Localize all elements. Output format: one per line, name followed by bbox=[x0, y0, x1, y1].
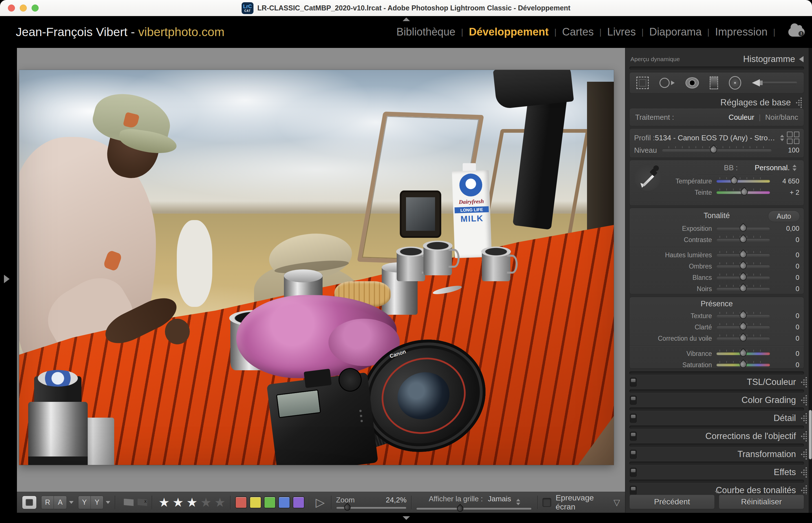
panel-effets[interactable]: Effets bbox=[625, 462, 809, 480]
highlights-value[interactable]: 0 bbox=[770, 251, 799, 259]
dehaze-value[interactable]: 0 bbox=[770, 335, 799, 342]
shadows-slider[interactable] bbox=[717, 265, 770, 268]
auto-tone-button[interactable]: Auto bbox=[768, 211, 800, 222]
module-bibliotheque[interactable]: Bibliothèque bbox=[396, 26, 455, 38]
module-developpement[interactable]: Développement bbox=[469, 26, 549, 38]
contrast-value[interactable]: 0 bbox=[770, 236, 799, 244]
split-view-button[interactable]: Y Y bbox=[78, 496, 104, 509]
color-label-yellow[interactable] bbox=[249, 497, 261, 508]
panel-scrollbar[interactable] bbox=[809, 48, 812, 513]
texture-slider[interactable] bbox=[717, 314, 770, 317]
identity-plate[interactable]: Jean-François Vibert - vibertphoto.com bbox=[16, 25, 225, 39]
color-label-red[interactable] bbox=[235, 497, 247, 508]
vibrance-value[interactable]: 0 bbox=[770, 350, 799, 358]
before-after-lr-button[interactable]: R A bbox=[41, 496, 67, 509]
adjustment-brush-icon[interactable] bbox=[752, 79, 797, 87]
color-label-green[interactable] bbox=[264, 497, 276, 508]
grid-size-slider[interactable] bbox=[416, 507, 532, 510]
profile-browser-icon[interactable] bbox=[787, 131, 799, 144]
panel-scrollbar-thumb[interactable] bbox=[809, 410, 812, 459]
star-4[interactable]: ★ bbox=[200, 496, 211, 509]
saturation-slider[interactable] bbox=[717, 363, 770, 366]
soft-proof-checkbox[interactable] bbox=[543, 498, 551, 507]
histogram-collapse-icon[interactable] bbox=[799, 56, 804, 62]
tint-value[interactable]: + 2 bbox=[770, 188, 799, 196]
previous-button[interactable]: Précédent bbox=[629, 494, 715, 509]
histogram-title[interactable]: Histogramme bbox=[743, 54, 795, 64]
star-5[interactable]: ★ bbox=[214, 496, 225, 509]
panel-transformation[interactable]: Transformation bbox=[625, 444, 809, 462]
pick-flag-icon[interactable] bbox=[124, 499, 134, 506]
exposure-slider-thumb[interactable] bbox=[738, 223, 748, 233]
soft-proof-label[interactable]: Epreuvage écran bbox=[556, 493, 614, 511]
zoom-button[interactable] bbox=[32, 4, 39, 12]
texture-value[interactable]: 0 bbox=[770, 312, 799, 320]
panel-enable-switch[interactable] bbox=[630, 450, 637, 459]
impromptu-slideshow-button[interactable]: ▷ bbox=[316, 495, 324, 509]
panel-lens-corrections[interactable]: Corrections de l'objectif bbox=[625, 426, 809, 444]
radial-filter-icon[interactable] bbox=[729, 76, 741, 90]
wb-preset-value[interactable]: Personnal. bbox=[755, 163, 790, 172]
red-eye-correction-icon[interactable] bbox=[685, 77, 699, 89]
shadows-value[interactable]: 0 bbox=[770, 262, 799, 270]
exposure-slider[interactable] bbox=[717, 227, 770, 230]
reset-button[interactable]: Réinitialiser bbox=[719, 494, 804, 509]
whites-slider[interactable] bbox=[717, 276, 770, 279]
white-balance-eyedropper-icon[interactable] bbox=[635, 165, 660, 191]
panel-bottom-collapse-icon[interactable] bbox=[715, 491, 719, 493]
treatment-couleur-option[interactable]: Couleur bbox=[728, 113, 754, 122]
panel-enable-switch[interactable] bbox=[630, 396, 637, 405]
panel-enable-switch[interactable] bbox=[630, 468, 637, 477]
treatment-noir-blanc-option[interactable]: Noir/blanc bbox=[765, 113, 798, 122]
amount-value[interactable]: 100 bbox=[777, 146, 799, 154]
vibrance-slider[interactable] bbox=[717, 352, 770, 355]
clarity-value[interactable]: 0 bbox=[770, 323, 799, 331]
reject-flag-icon[interactable]: x bbox=[138, 499, 147, 506]
expand-filmstrip-arrow[interactable] bbox=[403, 516, 410, 520]
panel-tsl-couleur[interactable]: TSL/Couleur bbox=[625, 372, 809, 390]
spot-removal-icon[interactable] bbox=[659, 78, 675, 88]
grid-value[interactable]: Jamais bbox=[488, 494, 511, 503]
panel-enable-switch[interactable] bbox=[630, 378, 637, 386]
profile-stepper[interactable] bbox=[780, 135, 784, 141]
profile-value[interactable]: 5134 - Canon EOS 7D (Any) - Stron... bbox=[655, 133, 777, 142]
before-after-dropdown-icon[interactable] bbox=[69, 501, 74, 504]
star-2[interactable]: ★ bbox=[173, 496, 183, 509]
temperature-slider[interactable] bbox=[717, 180, 770, 183]
amount-slider[interactable] bbox=[662, 149, 772, 151]
panel-enable-switch[interactable] bbox=[630, 432, 637, 441]
grid-stepper[interactable] bbox=[516, 499, 520, 505]
close-button[interactable] bbox=[8, 4, 15, 12]
blacks-slider[interactable] bbox=[717, 287, 770, 290]
highlights-slider[interactable] bbox=[717, 254, 770, 256]
panel-detail[interactable]: Détail bbox=[625, 408, 809, 426]
basic-panel-header[interactable]: Réglages de base bbox=[625, 96, 809, 109]
tint-slider[interactable] bbox=[717, 191, 770, 194]
color-label-purple[interactable] bbox=[293, 497, 304, 508]
clarity-slider[interactable] bbox=[717, 326, 770, 328]
module-cartes[interactable]: Cartes bbox=[562, 26, 594, 38]
collapse-top-panel-arrow[interactable] bbox=[403, 17, 410, 21]
dehaze-slider[interactable] bbox=[717, 337, 770, 340]
split-view-dropdown-icon[interactable] bbox=[106, 501, 110, 504]
star-3[interactable]: ★ bbox=[187, 496, 197, 509]
graduated-filter-icon[interactable] bbox=[710, 76, 718, 89]
temperature-value[interactable]: 4 650 bbox=[770, 177, 799, 185]
panel-color-grading[interactable]: Color Grading bbox=[625, 390, 809, 408]
panel-enable-switch[interactable] bbox=[630, 414, 637, 423]
sync-cloud-icon[interactable]: ! bbox=[788, 28, 805, 37]
crop-overlay-icon[interactable] bbox=[636, 77, 649, 89]
toolbar-options-icon[interactable]: ▽ bbox=[614, 497, 620, 507]
saturation-value[interactable]: 0 bbox=[770, 361, 799, 369]
panel-enable-switch[interactable] bbox=[630, 486, 637, 494]
blacks-value[interactable]: 0 bbox=[770, 285, 799, 293]
star-1[interactable]: ★ bbox=[158, 496, 170, 509]
expand-left-panel-arrow[interactable] bbox=[4, 275, 10, 283]
module-livres[interactable]: Livres bbox=[607, 26, 636, 38]
module-impression[interactable]: Impression bbox=[715, 26, 767, 38]
module-diaporama[interactable]: Diaporama bbox=[649, 26, 702, 38]
exposure-value[interactable]: 0,00 bbox=[770, 224, 799, 233]
minimize-button[interactable] bbox=[20, 4, 27, 12]
loupe-view-button[interactable] bbox=[22, 496, 37, 509]
zoom-slider[interactable] bbox=[336, 507, 407, 509]
